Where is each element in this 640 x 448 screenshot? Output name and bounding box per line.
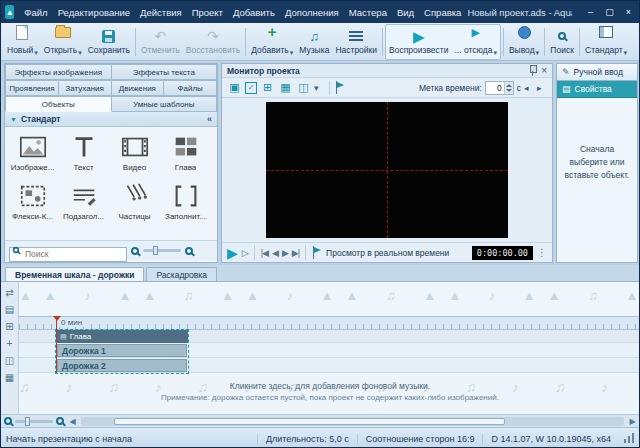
video-preview[interactable] (266, 102, 508, 238)
horizontal-scrollbar[interactable] (81, 417, 624, 426)
spinner-buttons[interactable] (504, 82, 513, 94)
redo-button[interactable]: ↷ Восстановить (183, 25, 243, 59)
menu-add[interactable]: Добавить (229, 5, 279, 20)
play-icon[interactable]: ▶ (227, 246, 238, 260)
scroll-left-icon[interactable]: ◀ (67, 417, 78, 426)
menu-actions[interactable]: Действия (136, 5, 186, 20)
time-ruler[interactable]: 0 мин (19, 316, 640, 330)
menu-view[interactable]: Вид (393, 5, 418, 20)
more-options-icon[interactable]: ⋮ (537, 247, 547, 258)
timeline-tool-grid-icon[interactable]: ⊞ (3, 319, 17, 333)
object-item-image[interactable]: Изображе... (7, 131, 58, 178)
timeline-tool-fill-icon[interactable]: ▦ (3, 370, 17, 384)
minimize-icon[interactable]: – (582, 5, 599, 20)
open-button[interactable]: Открыть (41, 25, 85, 59)
object-item-text[interactable]: Текст (58, 131, 109, 178)
monitor-display-icon[interactable]: ▣ (227, 80, 242, 95)
go-start-icon[interactable]: |◀ (261, 248, 268, 258)
step-back-icon[interactable]: ◀ (272, 248, 278, 258)
object-item-placeholder[interactable]: Заполнит... (160, 180, 211, 227)
tab-image-effects[interactable]: Эффекты изображения (5, 64, 112, 80)
timeline-tool-swap-icon[interactable]: ⇄ (3, 285, 17, 299)
pin-icon[interactable] (528, 65, 537, 76)
realtime-preview-label[interactable]: Просмотр в реальном времени (326, 248, 449, 258)
timeline-content[interactable]: ▲▲ ♪ ▲▲ ♫ ▲▲ ♪ ▲▲ ♫ ▲▲ ♪ ▲▲ ♫ ▲▲ ♪ ▲▲ ♫ … (19, 282, 640, 415)
zoom-in-icon[interactable] (185, 247, 193, 255)
standard-section-header[interactable]: ▼ Стандарт « (5, 112, 217, 127)
thumbnail-size-slider[interactable] (143, 249, 181, 252)
start-presentation-label[interactable]: Начать презентацию с начала (6, 434, 132, 444)
zoom-out-icon[interactable] (4, 417, 12, 425)
collapse-panel-icon[interactable]: « (207, 114, 212, 124)
scrollbar-thumb[interactable] (114, 418, 505, 425)
menu-file[interactable]: Файл (20, 5, 51, 20)
new-button[interactable]: Новый (4, 25, 41, 59)
maximize-icon[interactable]: ▢ (601, 5, 618, 20)
safe-area-icon[interactable]: ▦ (278, 80, 293, 95)
timeline-tool-rows-icon[interactable]: ▤ (3, 302, 17, 316)
playhead-line[interactable] (56, 316, 57, 373)
scroll-right-icon[interactable]: ▶ (627, 417, 638, 426)
tab-objects[interactable]: Объекты (5, 96, 112, 112)
menu-help[interactable]: Справка (420, 5, 465, 20)
spin-up-icon[interactable] (506, 84, 512, 87)
output-button[interactable]: Вывод (506, 25, 542, 59)
spin-down-icon[interactable] (506, 89, 512, 92)
close-icon[interactable]: × (620, 5, 637, 20)
music-track-hint[interactable]: Кликните здесь, для добавления фоновой м… (19, 381, 640, 402)
playhead-marker-icon[interactable] (53, 316, 61, 321)
tab-properties[interactable]: ▤ Свойства (557, 81, 637, 98)
menu-addons[interactable]: Дополнения (281, 5, 343, 20)
menu-project[interactable]: Проект (188, 5, 227, 20)
object-item-flexi-collage[interactable]: Флекси-К... (7, 180, 58, 227)
tab-fade[interactable]: Затухания (59, 80, 112, 96)
menu-edit[interactable]: Редактирование (54, 5, 134, 20)
step-right-icon[interactable]: ▸ (537, 83, 547, 93)
realtime-flag-icon[interactable] (312, 246, 322, 259)
search-input[interactable] (9, 247, 127, 262)
menu-wizards[interactable]: Мастера (345, 5, 391, 20)
track-block-1[interactable]: Дорожка 1 (57, 344, 187, 357)
object-item-subtitle[interactable]: Подзагол... (58, 180, 109, 227)
tab-motion[interactable]: Движения (112, 80, 165, 96)
tab-manual-input[interactable]: ✎ Ручной ввод (557, 64, 637, 81)
play-button[interactable]: ▶ Воспроизвести (386, 25, 451, 59)
tab-timeline-tracks[interactable]: Временная шкала - дорожки (5, 267, 144, 281)
slider-thumb[interactable] (153, 246, 158, 255)
step-left-icon[interactable]: ◂ (524, 83, 534, 93)
play-outline-icon[interactable]: ▷ (242, 248, 248, 258)
layout-standard-button[interactable]: Стандарт (582, 25, 630, 59)
object-item-particles[interactable]: Частицы (109, 180, 160, 227)
search-button[interactable]: Поиск (547, 25, 577, 59)
flag-icon[interactable] (335, 81, 345, 94)
dropdown-arrow-icon[interactable]: ▾ (314, 83, 324, 93)
undo-button[interactable]: ↶ Отменить (138, 25, 183, 59)
object-item-chapter[interactable]: Глава (160, 131, 211, 178)
tab-files[interactable]: Файлы (164, 80, 217, 96)
tab-smart-templates[interactable]: Умные шаблоны (112, 96, 218, 112)
go-end-icon[interactable]: ▶| (292, 248, 299, 258)
timeline-tool-add-icon[interactable]: + (3, 336, 17, 350)
music-button[interactable]: ♫ Музыка (296, 25, 332, 59)
add-button[interactable]: + Добавить (248, 25, 296, 59)
tab-text-effects[interactable]: Эффекты текста (112, 64, 218, 80)
settings-button[interactable]: Настройки (332, 25, 380, 59)
checkbox-icon[interactable]: ✓ (245, 82, 257, 94)
grid-icon[interactable]: ⊞ (260, 80, 275, 95)
timeline-tool-split-icon[interactable]: ◫ (3, 353, 17, 367)
timestamp-spinner[interactable]: 0 (485, 81, 514, 95)
chapter-block[interactable]: ▤ Глава (56, 330, 188, 343)
track-block-2[interactable]: Дорожка 2 (57, 359, 187, 372)
save-button[interactable]: Сохранить (85, 25, 133, 59)
object-item-video[interactable]: Видео (109, 131, 160, 178)
timestamp-value[interactable]: 0 (486, 82, 504, 94)
zoom-out-icon[interactable] (131, 247, 139, 255)
close-icon[interactable]: × (541, 66, 547, 76)
dual-monitor-icon[interactable]: ◫ (296, 80, 311, 95)
tab-appear[interactable]: Проявления (5, 80, 59, 96)
step-forward-icon[interactable]: ▶ (282, 248, 288, 258)
play-from-here-button[interactable]: ▶ ... отсюда (451, 25, 499, 59)
tab-storyboard[interactable]: Раскадровка (146, 267, 217, 281)
slider-thumb[interactable] (25, 417, 30, 426)
timeline-zoom-slider[interactable] (15, 420, 53, 423)
